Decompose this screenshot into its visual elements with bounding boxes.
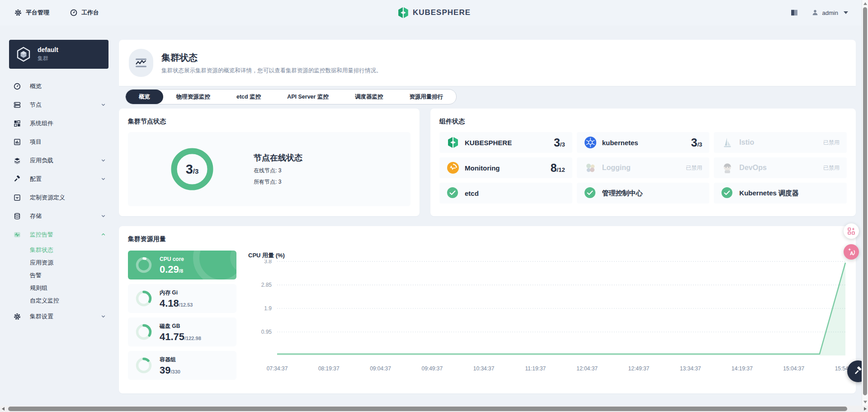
docs-icon[interactable] (790, 8, 799, 17)
cluster-name: default (38, 46, 58, 54)
metric-donut-icon (135, 357, 152, 374)
metric-denominator: /12.53 (179, 302, 193, 308)
tab-调度器监控[interactable]: 调度器监控 (342, 90, 396, 104)
component-name: Logging (602, 164, 631, 172)
sidebar-item-节点[interactable]: 节点 (0, 95, 118, 114)
resource-metric-磁盘 GB[interactable]: 磁盘 GB41.75/122.98 (128, 317, 236, 346)
user-avatar-icon (811, 9, 819, 16)
component-tile-Logging[interactable]: Logging已禁用 (577, 157, 710, 178)
metric-value: 4.18 (160, 298, 179, 309)
kubesphere-logo[interactable]: KUBESPHERE (397, 7, 471, 19)
tab-资源用量排行[interactable]: 资源用量排行 (396, 90, 456, 104)
sidebar-item-配置[interactable]: 配置 (0, 170, 118, 188)
component-name: Monitoring (465, 164, 500, 172)
component-tile-Kubernetes 调度器[interactable]: Kubernetes 调度器 (714, 183, 847, 204)
tab-概览[interactable]: 概览 (126, 90, 163, 104)
sidebar-subitem-应用资源[interactable]: 应用资源 (0, 256, 118, 269)
gear-icon (14, 9, 22, 16)
resource-metric-CPU core[interactable]: CPU core0.29/8 (128, 251, 236, 279)
metric-label: CPU core (160, 256, 184, 262)
svg-text:07:34:37: 07:34:37 (267, 365, 288, 372)
component-tile-etcd[interactable]: etcd (439, 183, 572, 204)
horizontal-scrollbar[interactable] (0, 406, 868, 412)
scroll-left-arrow[interactable] (2, 407, 5, 411)
cluster-selector[interactable]: default 集群 (9, 40, 108, 69)
component-tile-Istio[interactable]: Istio已禁用 (714, 132, 847, 153)
nodes-icon (14, 101, 21, 109)
component-name: DevOps (739, 164, 766, 172)
sidebar-item-应用负载[interactable]: 应用负载 (0, 151, 118, 170)
svg-text:09:04:37: 09:04:37 (370, 365, 391, 372)
resource-metric-内存 Gi[interactable]: 内存 Gi4.18/12.53 (128, 284, 236, 313)
component-tile-管理控制中心[interactable]: 管理控制中心 (577, 183, 710, 204)
node-online-heading: 节点在线状态 (254, 152, 302, 163)
vertical-scrollbar[interactable] (862, 0, 868, 406)
scroll-right-arrow[interactable] (864, 407, 867, 411)
online-nodes-line: 在线节点: 3 (254, 167, 302, 175)
component-denominator: /12 (557, 166, 565, 173)
tab-物理资源监控[interactable]: 物理资源监控 (163, 90, 223, 104)
translate-button[interactable]: A (844, 244, 859, 260)
workloads-icon (14, 157, 21, 164)
chevron-down-icon (844, 11, 848, 14)
component-name: kubernetes (602, 139, 638, 147)
extension-button[interactable] (844, 223, 859, 239)
page-header-card: 集群状态 集群状态展示集群资源的概览和详情，您可以查看集群资源的监控数据和用量排… (119, 40, 856, 86)
component-name: etcd (465, 189, 479, 197)
chevron-up-icon (101, 232, 106, 237)
monitoring-icon (447, 161, 459, 174)
component-tile-Monitoring[interactable]: Monitoring8/12 (439, 157, 572, 178)
monitor-icon (14, 231, 21, 238)
sidebar-item-定制资源定义[interactable]: 定制资源定义 (0, 188, 118, 207)
sidebar-subitem-规则组[interactable]: 规则组 (0, 282, 118, 294)
sidebar-subitem-集群状态[interactable]: 集群状态 (0, 244, 118, 256)
tab-API Server 监控[interactable]: API Server 监控 (274, 90, 342, 104)
sidebar-item-存储[interactable]: 存储 (0, 207, 118, 225)
component-grid: KUBESPHERE3/3kubernetes3/3Istio已禁用Monito… (439, 132, 847, 204)
workspace-button[interactable]: 工作台 (70, 9, 99, 17)
node-donut-chart: 3/3 (170, 147, 214, 191)
scroll-down-arrow[interactable] (863, 401, 867, 403)
scroll-up-arrow[interactable] (863, 2, 867, 5)
vertical-scrollbar-thumb[interactable] (863, 7, 867, 395)
chevron-down-icon (101, 102, 106, 107)
component-tile-kubernetes[interactable]: kubernetes3/3 (577, 132, 710, 153)
component-name: 管理控制中心 (602, 189, 643, 198)
check-icon (584, 187, 597, 199)
component-tile-KUBESPHERE[interactable]: KUBESPHERE3/3 (439, 132, 572, 153)
svg-text:13:34:37: 13:34:37 (680, 365, 701, 372)
svg-text:1.9: 1.9 (264, 305, 272, 312)
horizontal-scrollbar-thumb[interactable] (8, 407, 847, 411)
component-status-badge: 已禁用 (823, 164, 840, 172)
tab-etcd 监控[interactable]: etcd 监控 (223, 90, 274, 104)
username: admin (822, 9, 838, 16)
sidebar: default 集群 概览节点系统组件项目应用负载配置定制资源定义存储监控告警集… (0, 25, 118, 406)
sidebar-item-概览[interactable]: 概览 (0, 77, 118, 95)
component-status-badge: 已禁用 (823, 139, 840, 147)
platform-management-label: 平台管理 (26, 9, 49, 17)
extension-grid-sparkle-icon (847, 227, 856, 236)
sidebar-item-项目[interactable]: 项目 (0, 133, 118, 151)
sidebar-subitem-自定义监控[interactable]: 自定义监控 (0, 294, 118, 307)
sidebar-item-系统组件[interactable]: 系统组件 (0, 114, 118, 133)
sidebar-item-监控告警[interactable]: 监控告警 (0, 225, 118, 244)
sidebar-item-label: 配置 (30, 175, 42, 183)
translate-icon: A (846, 247, 856, 257)
cluster-node-status-card: 集群节点状态 3/3 节点在线状态 在线节点: 3 所有节点: 3 (119, 109, 420, 216)
component-name: Kubernetes 调度器 (739, 189, 799, 198)
component-count: 3 (691, 136, 698, 149)
dashboard-icon (70, 9, 77, 16)
sidebar-subitem-告警[interactable]: 告警 (0, 269, 118, 282)
component-tile-DevOps[interactable]: DevOps已禁用 (714, 157, 847, 178)
component-name: Istio (739, 138, 754, 147)
chart-plot-area: 0.951.92.853.807:34:3708:19:3709:04:3709… (246, 260, 848, 383)
crd-icon (14, 194, 21, 201)
hammer-icon (14, 175, 21, 183)
user-menu[interactable]: admin (811, 9, 848, 16)
component-status-badge: 已禁用 (686, 164, 702, 172)
sidebar-item-集群设置[interactable]: 集群设置 (0, 307, 118, 326)
platform-management-button[interactable]: 平台管理 (14, 9, 49, 17)
resource-metric-容器组[interactable]: 容器组39/330 (128, 351, 236, 380)
sidebar-item-label: 项目 (30, 138, 42, 146)
metric-value: 41.75 (160, 331, 184, 343)
